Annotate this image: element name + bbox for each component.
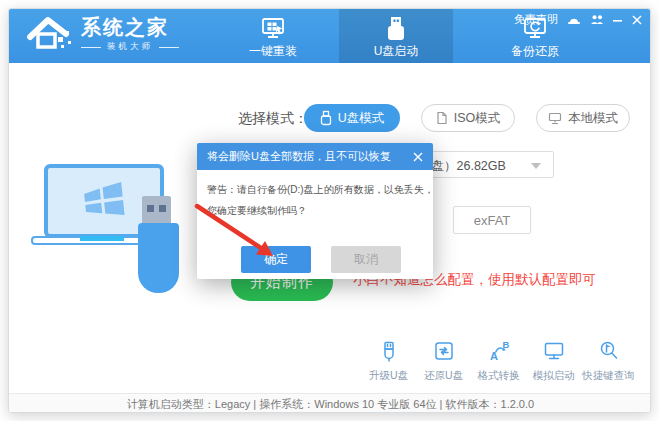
mode-select-label: 选择模式： (238, 110, 308, 128)
tool-simulate-boot[interactable]: 模拟启动 (526, 339, 581, 383)
mode-usb-button[interactable]: U盘模式 (304, 104, 400, 132)
users-icon[interactable] (590, 14, 604, 25)
tool-hotkey-query-label: 快捷键查询 (582, 369, 635, 383)
restore-box-icon (432, 339, 456, 363)
brand-name: 系统之家 (81, 15, 179, 39)
monitor-icon (542, 339, 566, 363)
tagline-line-left (81, 47, 101, 48)
local-monitor-icon (548, 112, 562, 125)
format-exfat-button[interactable]: exFAT (453, 206, 531, 234)
hat-icon[interactable] (567, 14, 581, 26)
mode-iso-label: ISO模式 (454, 110, 501, 127)
windows-logo-icon (81, 182, 127, 220)
usb-plug-icon (377, 339, 401, 363)
titlebar-controls: 免责声明 (514, 12, 642, 27)
tab-usb-boot-label: U盘启动 (374, 44, 419, 58)
tool-format-convert[interactable]: A B 格式转换 (471, 339, 526, 383)
usb-slot (159, 205, 166, 212)
tab-reinstall-label: 一键重装 (249, 44, 297, 58)
laptop-notch (80, 236, 124, 241)
tool-restore-usb[interactable]: 还原U盘 (416, 339, 471, 383)
usb-slot (147, 205, 154, 212)
header: 系统之家 装机大师 (9, 9, 650, 63)
app-root: 系统之家 装机大师 (0, 0, 659, 421)
tool-hotkey-query[interactable]: 快捷键查询 (581, 339, 636, 383)
tab-reinstall[interactable]: 一键重装 (215, 9, 331, 63)
house-logo-icon (27, 15, 73, 53)
mode-local-button[interactable]: 本地模式 (536, 104, 630, 132)
usb-stick-connector (142, 196, 171, 223)
minimize-icon[interactable] (613, 15, 623, 25)
brand-logo: 系统之家 装机大师 (27, 15, 179, 53)
tool-simulate-boot-label: 模拟启动 (533, 369, 575, 383)
magnifier-flag-icon (597, 339, 621, 363)
dialog-titlebar: 将会删除U盘全部数据，且不可以恢复 (197, 143, 433, 170)
dialog-title: 将会删除U盘全部数据，且不可以恢复 (207, 149, 391, 164)
utility-toolbar: 升级U盘 还原U盘 A B 格式转 (361, 339, 636, 383)
laptop-usb-illustration (29, 159, 204, 309)
mode-local-label: 本地模式 (568, 110, 618, 127)
tool-format-convert-label: 格式转换 (478, 369, 520, 383)
app-window: 系统之家 装机大师 (8, 8, 651, 413)
dialog-close-icon[interactable] (413, 152, 423, 162)
dialog-cancel-button[interactable]: 取消 (331, 246, 401, 273)
erase-warning-dialog: 将会删除U盘全部数据，且不可以恢复 警告：请自行备份(D:)盘上的所有数据，以免… (197, 143, 433, 279)
dialog-warning-line1: 警告：请自行备份(D:)盘上的所有数据，以免丢失， (207, 179, 425, 200)
tool-upgrade-usb[interactable]: 升级U盘 (361, 339, 416, 383)
usb-drive-icon (383, 14, 409, 44)
usb-mode-icon (320, 110, 332, 126)
tab-backup-restore-label: 备份还原 (511, 44, 559, 58)
dropdown-arrow-icon (531, 163, 541, 169)
disclaimer-link[interactable]: 免责声明 (514, 12, 558, 27)
tab-usb-boot[interactable]: U盘启动 (339, 9, 453, 63)
dialog-body: 警告：请自行备份(D:)盘上的所有数据，以免丢失， 您确定要继续制作吗？ (197, 170, 433, 221)
status-bar: 计算机启动类型：Legacy | 操作系统：Windows 10 专业版 64位… (9, 393, 651, 413)
brand-tagline-text: 装机大师 (107, 41, 153, 53)
brand-text: 系统之家 装机大师 (81, 15, 179, 53)
tagline-line-right (159, 47, 179, 48)
iso-file-icon (436, 111, 448, 125)
mode-iso-button[interactable]: ISO模式 (421, 104, 515, 132)
close-icon[interactable] (632, 15, 642, 25)
a-to-b-convert-icon: A B (487, 339, 511, 363)
dialog-warning-line2: 您确定要继续制作吗？ (207, 200, 425, 221)
mode-usb-label: U盘模式 (338, 110, 385, 127)
tool-restore-usb-label: 还原U盘 (424, 369, 463, 383)
tool-upgrade-usb-label: 升级U盘 (369, 369, 408, 383)
brand-tagline: 装机大师 (81, 41, 179, 53)
reinstall-monitor-icon (260, 14, 286, 44)
dialog-ok-button[interactable]: 确定 (241, 246, 311, 273)
usb-stick-body (138, 223, 179, 293)
